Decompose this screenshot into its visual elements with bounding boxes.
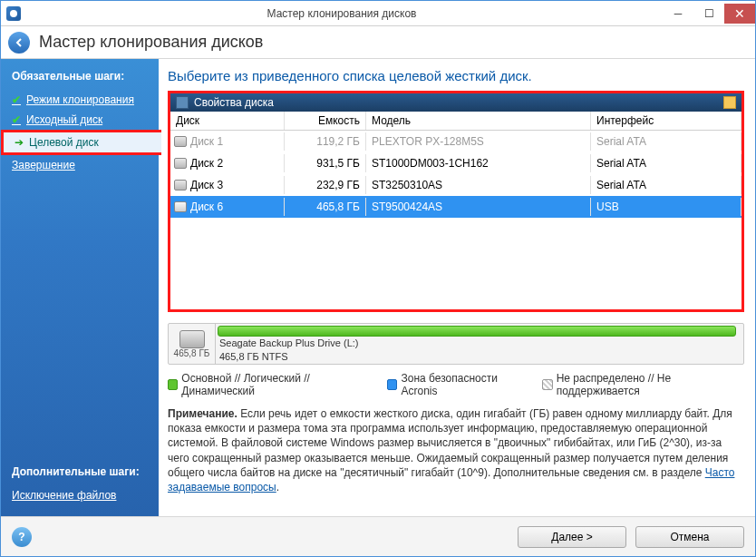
step-label: Исходный диск [26, 113, 102, 126]
sidebar: Обязательные шаги: ✔ Режим клонирования … [1, 59, 159, 516]
disk-vis-icon-area: 465,8 ГБ [169, 324, 216, 364]
main-area: Обязательные шаги: ✔ Режим клонирования … [1, 59, 755, 516]
step-label: Целевой диск [29, 136, 99, 149]
header: Мастер клонирования дисков [1, 26, 755, 59]
maximize-button[interactable]: ☐ [693, 4, 724, 24]
table-row[interactable]: Диск 1 119,2 ГБ PLEXTOR PX-128M5S Serial… [170, 131, 741, 152]
footer: ? Далее > Отмена [1, 516, 755, 556]
panel-title: Свойства диска [194, 96, 274, 109]
disk-list: Диск 1 119,2 ГБ PLEXTOR PX-128M5S Serial… [170, 131, 741, 309]
page-title: Мастер клонирования дисков [39, 33, 263, 52]
partition-details: 465,8 ГБ NTFS [218, 350, 741, 364]
partition-bar [218, 326, 736, 337]
step-label: Исключение файлов [12, 489, 116, 502]
content-area: Выберите из приведенного списка целевой … [159, 59, 755, 516]
col-interface[interactable]: Интерфейс [591, 112, 741, 130]
disk-icon [174, 136, 187, 147]
panel-header: Свойства диска [170, 93, 741, 112]
help-button[interactable]: ? [12, 527, 32, 547]
disk-icon [174, 158, 187, 169]
disk-icon [174, 201, 187, 212]
swatch-icon [542, 379, 552, 390]
optional-steps-title: Дополнительные шаги: [1, 462, 159, 485]
swatch-icon [387, 379, 397, 390]
col-capacity[interactable]: Емкость [285, 112, 366, 130]
title-bar: Мастер клонирования дисков ─ ☐ ✕ [1, 1, 755, 26]
window-title: Мастер клонирования дисков [21, 7, 663, 20]
disk-icon [179, 330, 205, 348]
disk-vis-size: 465,8 ГБ [174, 348, 210, 358]
required-steps-title: Обязательные шаги: [1, 66, 159, 90]
check-icon: ✔ [12, 113, 21, 126]
table-row[interactable]: Диск 2 931,5 ГБ ST1000DM003-1CH162 Seria… [170, 152, 741, 174]
disk-vis-partition-area[interactable]: Seagate Backup Plus Drive (L:) 465,8 ГБ … [216, 324, 743, 364]
col-disk[interactable]: Диск [170, 112, 285, 130]
legend-primary: Основной // Логический // Динамический [168, 372, 373, 397]
note-text: Примечание. Если речь идет о емкости жес… [168, 406, 744, 494]
table-row[interactable]: Диск 6 465,8 ГБ ST9500424AS USB [170, 196, 741, 218]
swatch-icon [168, 379, 178, 390]
legend: Основной // Логический // Динамический З… [168, 372, 744, 397]
step-exclude-files[interactable]: Исключение файлов [1, 485, 159, 505]
back-button[interactable] [8, 32, 30, 54]
note-body: Если речь идет о емкости жесткого диска,… [168, 407, 732, 479]
step-finish[interactable]: Завершение [1, 155, 159, 175]
svg-point-0 [10, 10, 17, 17]
app-icon [6, 6, 21, 21]
table-header: Диск Емкость Модель Интерфейс [170, 112, 741, 131]
check-icon: ✔ [12, 93, 21, 106]
disk-properties-panel: Свойства диска Диск Емкость Модель Интер… [168, 91, 744, 312]
disk-visualization: 465,8 ГБ Seagate Backup Plus Drive (L:) … [168, 323, 744, 365]
legend-acronis: Зона безопасности Acronis [387, 372, 528, 397]
step-label: Режим клонирования [26, 93, 134, 106]
minimize-button[interactable]: ─ [663, 4, 693, 24]
partition-name: Seagate Backup Plus Drive (L:) [218, 337, 741, 350]
panel-options-icon[interactable] [723, 96, 736, 109]
step-source-disk[interactable]: ✔ Исходный диск [1, 110, 159, 130]
disk-icon [174, 180, 187, 191]
step-clone-mode[interactable]: ✔ Режим клонирования [1, 90, 159, 110]
table-row[interactable]: Диск 3 232,9 ГБ ST3250310AS Serial ATA [170, 174, 741, 196]
close-button[interactable]: ✕ [724, 4, 755, 24]
cancel-button[interactable]: Отмена [635, 526, 744, 548]
col-model[interactable]: Модель [366, 112, 591, 130]
next-button[interactable]: Далее > [518, 526, 626, 548]
step-target-disk[interactable]: ➔ Целевой диск [1, 130, 161, 155]
panel-icon [176, 96, 189, 109]
note-after: . [276, 481, 279, 493]
instruction-text: Выберите из приведенного списка целевой … [168, 68, 744, 83]
step-label: Завершение [12, 159, 75, 171]
legend-unallocated: Не распределено // Не поддерживается [542, 372, 744, 397]
note-bold: Примечание. [168, 407, 237, 420]
arrow-right-icon: ➔ [15, 136, 24, 149]
